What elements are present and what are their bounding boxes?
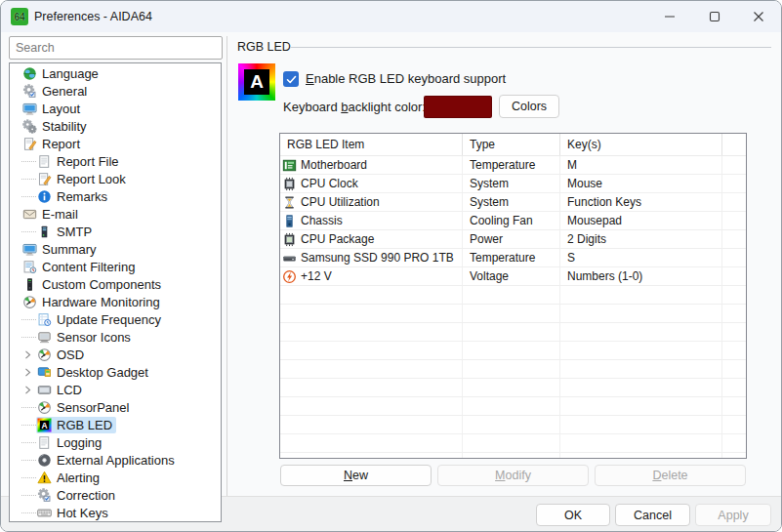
chevron-right-icon[interactable] <box>21 383 36 397</box>
sidebar-item-lcd[interactable]: LCD <box>10 381 221 398</box>
sidebar-item-update-frequency[interactable]: Update Frequency <box>10 310 221 328</box>
delete-button[interactable]: Delete <box>595 465 746 486</box>
sidebar-item-label: Report File <box>57 154 119 169</box>
sidebar-item-label: Update Frequency <box>57 312 161 327</box>
sidebar-item-label: Correction <box>57 488 115 503</box>
table-body: MotherboardTemperatureMCPU ClockSystemMo… <box>280 156 746 459</box>
sidebar-item-stability[interactable]: Stability <box>10 117 221 135</box>
tower-dark-icon <box>22 277 37 292</box>
close-button[interactable] <box>736 1 780 32</box>
table-row[interactable]: ChassisCooling FanMousepad <box>280 212 746 230</box>
table-row[interactable]: Samsung SSD 990 PRO 1TBTemperatureS <box>280 249 746 267</box>
sidebar-item-rgb-led[interactable]: ARGB LED <box>10 416 221 433</box>
filter-doc-icon <box>22 260 37 274</box>
sidebar-item-smtp[interactable]: SMTP <box>10 223 221 240</box>
sidebar-item-osd[interactable]: OSD <box>10 346 221 363</box>
sidebar-item-general[interactable]: General <box>10 82 221 100</box>
cell-type: Voltage <box>462 267 559 285</box>
cell-item: +12 V <box>280 267 462 285</box>
tree-connector <box>21 477 36 478</box>
column-header-rgb-led-item: RGB LED Item <box>280 134 462 155</box>
apply-button[interactable]: Apply <box>695 504 771 526</box>
sidebar-item-label: Logging <box>57 435 102 450</box>
sidebar-item-hardware-monitoring[interactable]: Hardware Monitoring <box>10 293 221 310</box>
globe-icon <box>22 66 37 81</box>
sidebar-item-label: E-mail <box>42 207 78 222</box>
sidebar-item-custom-components[interactable]: Custom Components <box>10 275 221 293</box>
clock-doc-icon <box>37 312 52 327</box>
table-row[interactable]: CPU UtilizationSystemFunction Keys <box>280 193 746 212</box>
table-row[interactable]: MotherboardTemperatureM <box>280 156 746 175</box>
sidebar-item-e-mail[interactable]: E-mail <box>10 205 221 223</box>
table-row[interactable]: CPU PackagePower2 Digits <box>280 230 746 249</box>
titlebar[interactable]: 64 Preferences - AIDA64 <box>1 1 781 32</box>
sidebar-item-report[interactable]: Report <box>10 135 221 152</box>
sidebar-item-sensorpanel[interactable]: SensorPanel <box>10 398 221 416</box>
chevron-right-icon[interactable] <box>21 348 36 362</box>
gauge-icon <box>22 295 37 309</box>
gauge-icon <box>37 348 52 362</box>
new-button[interactable]: New <box>280 465 432 486</box>
sidebar-item-label: Custom Components <box>42 277 161 292</box>
pane-divider <box>226 36 227 498</box>
gears-icon <box>22 119 37 134</box>
sidebar-item-label: SensorPanel <box>57 400 129 415</box>
tree-connector <box>21 337 36 338</box>
table-empty-row <box>280 416 746 434</box>
sidebar-item-layout[interactable]: Layout <box>10 100 221 117</box>
sidebar-item-language[interactable]: Language <box>10 64 221 82</box>
cell-item: CPU Package <box>280 230 462 248</box>
sidebar-item-remarks[interactable]: Remarks <box>10 187 221 205</box>
sidebar-item-label: Layout <box>42 102 80 116</box>
sidebar-item-desktop-gadget[interactable]: Desktop Gadget <box>10 363 221 381</box>
sidebar-item-hot-keys[interactable]: Hot Keys <box>10 504 221 521</box>
enable-rgb-checkbox[interactable] <box>283 71 299 87</box>
tree-connector <box>21 231 36 232</box>
table-row[interactable]: +12 VVoltageNumbers (1-0) <box>280 267 746 286</box>
cell-keys: Function Keys <box>559 193 721 211</box>
aida64-app-icon: 64 <box>11 8 28 25</box>
cell-blank <box>721 156 746 174</box>
sidebar-item-report-look[interactable]: Report Look <box>10 170 221 187</box>
cell-keys: S <box>559 249 721 266</box>
tree-connector <box>21 319 36 320</box>
sidebar-item-label: Sensor Icons <box>57 330 131 345</box>
sidebar-item-content-filtering[interactable]: Content Filtering <box>10 258 221 275</box>
sidebar-item-logging[interactable]: Logging <box>10 433 221 451</box>
tree-connector <box>21 425 36 426</box>
tree-connector <box>21 179 36 180</box>
maximize-button[interactable] <box>692 1 736 32</box>
sidebar-item-sensor-icons[interactable]: Sensor Icons <box>10 328 221 346</box>
close-icon <box>753 11 764 22</box>
colors-button[interactable]: Colors <box>499 95 559 118</box>
search-input[interactable] <box>9 36 223 60</box>
enable-rgb-label: Enable RGB LED keyboard support <box>306 71 506 86</box>
chevron-right-icon[interactable] <box>21 365 36 380</box>
cancel-button[interactable]: Cancel <box>615 504 690 526</box>
table-empty-row <box>280 379 746 397</box>
chassis-icon <box>282 214 297 228</box>
cell-item: Chassis <box>280 212 462 229</box>
table-empty-row <box>280 453 746 459</box>
minimize-button[interactable] <box>647 1 691 32</box>
sidebar-item-correction[interactable]: Correction <box>10 486 221 504</box>
sidebar-item-label: External Applications <box>57 453 175 468</box>
modify-button[interactable]: Modify <box>437 465 589 486</box>
sidebar-item-label: RGB LED <box>57 418 112 432</box>
tree-connector <box>21 407 36 408</box>
keyboard-icon <box>37 506 52 520</box>
cell-keys: Mousepad <box>559 212 721 229</box>
svg-text:A: A <box>41 420 47 430</box>
sidebar-item-label: Stability <box>42 119 87 134</box>
tree-connector <box>21 495 36 496</box>
sidebar-item-external-applications[interactable]: External Applications <box>10 451 221 469</box>
sidebar-item-label: Report Look <box>57 172 126 186</box>
ok-button[interactable]: OK <box>536 504 610 526</box>
sidebar-item-report-file[interactable]: Report File <box>10 152 221 170</box>
sidebar-item-summary[interactable]: Summary <box>10 240 221 258</box>
table-empty-row <box>280 323 746 342</box>
cell-item: Motherboard <box>280 156 462 174</box>
table-row[interactable]: CPU ClockSystemMouse <box>280 175 746 193</box>
gadget-icon <box>37 365 52 380</box>
sidebar-item-alerting[interactable]: Alerting <box>10 469 221 486</box>
